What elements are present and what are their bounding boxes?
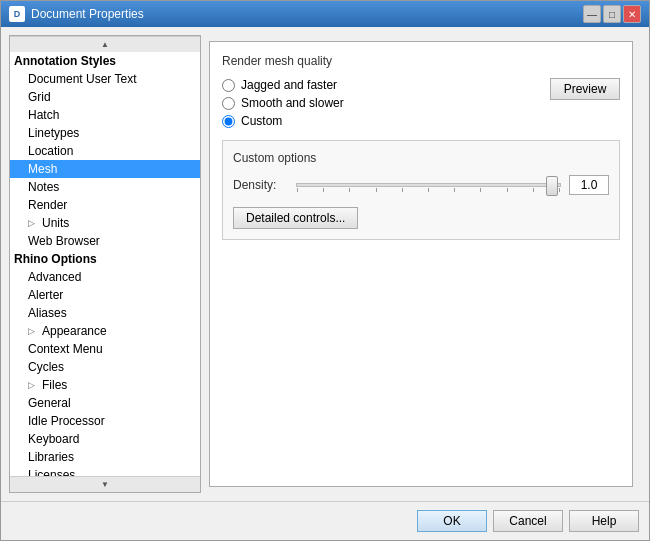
sidebar-item-general[interactable]: General [10,394,200,412]
sidebar-item-mesh[interactable]: Mesh [10,160,200,178]
custom-options-section: Custom options Density: [222,140,620,240]
expand-icon-files: ▷ [28,380,40,390]
sidebar-item-hatch[interactable]: Hatch [10,106,200,124]
sidebar-item-linetypes[interactable]: Linetypes [10,124,200,142]
tick-2 [323,188,324,192]
slider-track[interactable] [296,183,561,187]
label-jagged[interactable]: Jagged and faster [241,78,337,92]
radio-jagged[interactable] [222,79,235,92]
sidebar-label-general: General [28,396,71,410]
tick-7 [454,188,455,192]
sidebar-label-render: Render [28,198,67,212]
sidebar-label-idle-processor: Idle Processor [28,414,105,428]
footer: OK Cancel Help [1,501,649,540]
sidebar-label-advanced: Advanced [28,270,81,284]
sidebar-label-libraries: Libraries [28,450,74,464]
tick-8 [480,188,481,192]
sidebar-item-appearance[interactable]: ▷Appearance [10,322,200,340]
window-title: Document Properties [31,7,144,21]
radio-smooth[interactable] [222,97,235,110]
sidebar-label-cycles: Cycles [28,360,64,374]
density-slider-container [296,175,561,195]
sidebar-item-web-browser[interactable]: Web Browser [10,232,200,250]
right-panel: Render mesh quality Jagged and faster Sm… [209,35,641,493]
sidebar-item-keyboard[interactable]: Keyboard [10,430,200,448]
tick-9 [507,188,508,192]
tick-3 [349,188,350,192]
sidebar-label-notes: Notes [28,180,59,194]
tick-6 [428,188,429,192]
sidebar-label-document-user-text: Document User Text [28,72,137,86]
close-button[interactable]: ✕ [623,5,641,23]
sidebar-item-cycles[interactable]: Cycles [10,358,200,376]
sidebar-label-web-browser: Web Browser [28,234,100,248]
sidebar-label-context-menu: Context Menu [28,342,103,356]
slider-thumb[interactable] [546,176,558,196]
sidebar-label-files: Files [42,378,67,392]
tick-4 [376,188,377,192]
sidebar-item-idle-processor[interactable]: Idle Processor [10,412,200,430]
expand-icon-appearance: ▷ [28,326,40,336]
maximize-button[interactable]: □ [603,5,621,23]
title-bar-left: D Document Properties [9,6,144,22]
main-content: ▲ Annotation StylesDocument User TextGri… [1,27,649,501]
scroll-down-arrow[interactable]: ▼ [10,476,200,492]
sidebar-label-hatch: Hatch [28,108,59,122]
density-value-input[interactable] [569,175,609,195]
radio-custom[interactable] [222,115,235,128]
tick-marks [297,188,560,192]
radio-group: Jagged and faster Smooth and slower Cust… [222,78,550,128]
sidebar-label-aliases: Aliases [28,306,67,320]
sidebar-item-context-menu[interactable]: Context Menu [10,340,200,358]
ok-button[interactable]: OK [417,510,487,532]
sidebar-label-keyboard: Keyboard [28,432,79,446]
help-button[interactable]: Help [569,510,639,532]
sidebar-label-appearance: Appearance [42,324,107,338]
sidebar-item-files[interactable]: ▷Files [10,376,200,394]
tick-5 [402,188,403,192]
sidebar: ▲ Annotation StylesDocument User TextGri… [9,35,201,493]
top-row: Jagged and faster Smooth and slower Cust… [222,78,620,136]
sidebar-item-alerter[interactable]: Alerter [10,286,200,304]
sidebar-item-annotation-styles[interactable]: Annotation Styles [10,52,200,70]
sidebar-item-licenses[interactable]: Licenses [10,466,200,476]
sidebar-item-document-user-text[interactable]: Document User Text [10,70,200,88]
label-custom[interactable]: Custom [241,114,282,128]
title-bar: D Document Properties — □ ✕ [1,1,649,27]
scroll-up-arrow[interactable]: ▲ [10,36,200,52]
render-mesh-panel: Render mesh quality Jagged and faster Sm… [209,41,633,487]
document-properties-window: D Document Properties — □ ✕ ▲ Annotation… [0,0,650,541]
sidebar-scroll[interactable]: Annotation StylesDocument User TextGridH… [10,52,200,476]
expand-icon-units: ▷ [28,218,40,228]
radio-section: Jagged and faster Smooth and slower Cust… [222,78,550,136]
radio-row-smooth: Smooth and slower [222,96,550,110]
window-icon: D [9,6,25,22]
sidebar-item-notes[interactable]: Notes [10,178,200,196]
sidebar-label-annotation-styles: Annotation Styles [14,54,116,68]
radio-row-jagged: Jagged and faster [222,78,550,92]
sidebar-label-grid: Grid [28,90,51,104]
section-title: Render mesh quality [222,54,620,68]
sidebar-item-grid[interactable]: Grid [10,88,200,106]
tick-10 [533,188,534,192]
sidebar-label-mesh: Mesh [28,162,57,176]
detailed-btn-row: Detailed controls... [233,207,609,229]
sidebar-item-aliases[interactable]: Aliases [10,304,200,322]
sidebar-item-location[interactable]: Location [10,142,200,160]
tick-1 [297,188,298,192]
sidebar-item-units[interactable]: ▷Units [10,214,200,232]
sidebar-item-advanced[interactable]: Advanced [10,268,200,286]
label-smooth[interactable]: Smooth and slower [241,96,344,110]
sidebar-label-alerter: Alerter [28,288,63,302]
detailed-controls-button[interactable]: Detailed controls... [233,207,358,229]
minimize-button[interactable]: — [583,5,601,23]
cancel-button[interactable]: Cancel [493,510,563,532]
sidebar-item-libraries[interactable]: Libraries [10,448,200,466]
sidebar-item-render[interactable]: Render [10,196,200,214]
preview-button[interactable]: Preview [550,78,620,100]
tick-11 [559,188,560,192]
sidebar-label-linetypes: Linetypes [28,126,79,140]
sidebar-label-units: Units [42,216,69,230]
sidebar-item-rhino-options[interactable]: Rhino Options [10,250,200,268]
title-controls: — □ ✕ [583,5,641,23]
